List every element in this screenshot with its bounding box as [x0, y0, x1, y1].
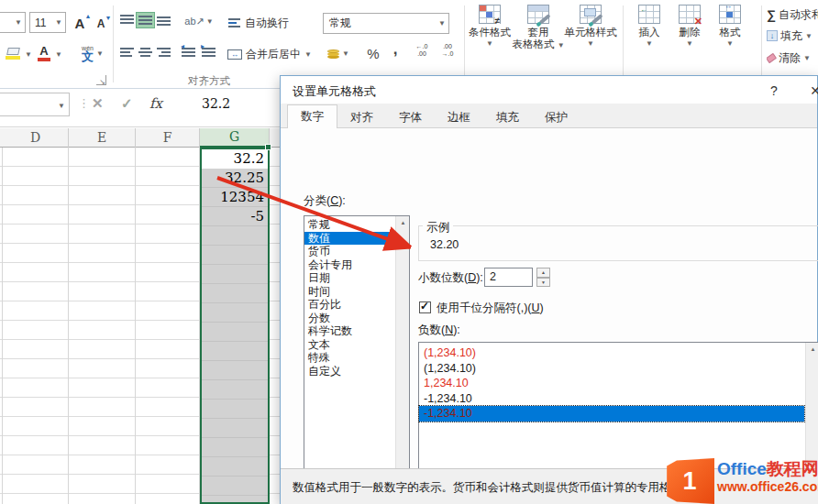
autosum-button[interactable]: ∑ 自动求和	[767, 7, 818, 22]
column-header-e[interactable]: E	[69, 128, 136, 148]
negative-option-1[interactable]: (1,234.10)	[419, 345, 804, 361]
phonetic-guide-button[interactable]: wén文 ▼	[79, 41, 106, 65]
increase-decimal-button[interactable]: ←.0 .00	[411, 43, 433, 58]
spin-down-icon[interactable]: ▼	[536, 278, 550, 288]
selected-column-range[interactable]: 32.2 32.25 12354 -5	[200, 148, 270, 504]
cell-g3[interactable]: 12354	[202, 188, 268, 207]
site-watermark: 1 Office教程网 www.office26.com	[665, 458, 818, 504]
comma-style-button[interactable]: ,	[389, 40, 402, 59]
dialog-help-button[interactable]: ?	[761, 81, 787, 101]
category-time[interactable]: 时间	[304, 285, 391, 299]
insert-function-button[interactable]: fx	[149, 95, 162, 112]
cancel-entry-button[interactable]: ✕	[92, 95, 104, 112]
negative-option-5-selected[interactable]: -1,234.10	[419, 406, 804, 422]
spin-up-icon[interactable]: ▲	[536, 268, 550, 278]
wrap-text-icon	[227, 17, 241, 29]
scroll-up-icon[interactable]: ▲	[806, 343, 818, 356]
dialog-launcher-icon[interactable]	[96, 75, 106, 85]
group-separator	[623, 5, 624, 82]
category-text[interactable]: 文本	[304, 338, 391, 352]
thousands-separator-checkbox[interactable]: ✓	[419, 301, 431, 313]
category-number-selected[interactable]: 数值	[304, 232, 391, 246]
delete-cells-button[interactable]: ✕ 删除 ▼	[671, 5, 708, 67]
down-tick-icon: ▼	[105, 15, 111, 21]
decrease-indent-button[interactable]: ◂	[180, 45, 197, 60]
font-color-button[interactable]: A	[35, 42, 53, 64]
font-name-dropdown[interactable]: ▼	[0, 12, 26, 33]
confirm-entry-button[interactable]: ✓	[121, 95, 133, 112]
increase-indent-button[interactable]: ▸	[200, 45, 217, 60]
delete-label: 删除	[680, 27, 701, 38]
grow-font-button[interactable]: A▲	[70, 12, 90, 34]
cell-g4[interactable]: -5	[202, 207, 268, 226]
merge-center-button[interactable]: ↔ 合并后居中 ▼	[227, 46, 312, 62]
cell-styles-button[interactable]: 单元格样式 ▼	[561, 5, 620, 67]
shrink-font-button[interactable]: A▼	[91, 13, 111, 35]
cell-g2[interactable]: 32.25	[202, 169, 268, 188]
category-date[interactable]: 日期	[304, 271, 391, 285]
fill-button[interactable]: ↓ 填充 ▼	[767, 28, 818, 43]
chevron-down-icon: ▼	[805, 32, 812, 40]
cell-g1[interactable]: 32.2	[202, 149, 268, 169]
wen-char: 文	[82, 49, 94, 63]
category-scrollbar[interactable]: ▲ ▼	[395, 216, 409, 504]
category-listbox[interactable]: 常规 数值 货币 会计专用 日期 时间 百分比 分数 科学记数 文本 特殊 自定…	[304, 215, 410, 504]
dialog-close-button[interactable]: ✕	[800, 81, 818, 101]
format-cells-button[interactable]: ↔ 格式 ▼	[712, 5, 748, 67]
percent-style-button[interactable]: %	[363, 44, 383, 62]
column-header-f[interactable]: F	[136, 128, 200, 148]
decrease-decimal-button[interactable]: .00 →.0	[437, 43, 459, 58]
name-box[interactable]: ▼	[0, 93, 70, 116]
decimal-places-stepper[interactable]: ▲ ▼	[536, 268, 550, 287]
delete-cells-icon: ✕	[679, 5, 701, 24]
category-fraction[interactable]: 分数	[304, 312, 391, 325]
decimal-places-input[interactable]: 2	[484, 268, 533, 287]
negative-numbers-label: 负数(N):	[418, 323, 460, 338]
align-left-button[interactable]	[118, 45, 136, 60]
format-as-table-button[interactable]: 套用 表格格式 ▼	[515, 5, 561, 67]
category-accounting[interactable]: 会计专用	[304, 258, 391, 272]
accounting-format-button[interactable]: ▼	[325, 43, 352, 63]
align-center-button[interactable]	[137, 45, 154, 60]
scroll-up-icon[interactable]: ▲	[396, 216, 410, 230]
thousands-separator-label[interactable]: 使用千位分隔符(,)(U)	[437, 301, 544, 316]
negative-option-2[interactable]: (1,234.10)	[419, 361, 804, 377]
font-size-dropdown[interactable]: 11 ▼	[29, 12, 66, 33]
column-header-g-selected[interactable]: G	[200, 128, 270, 148]
chevron-down-icon: ▼	[25, 50, 32, 59]
tab-font[interactable]: 字体	[386, 107, 435, 127]
category-percentage[interactable]: 百分比	[304, 298, 391, 312]
orientation-icon: ab↗	[184, 16, 204, 27]
negative-option-3[interactable]: 1,234.10	[419, 376, 804, 391]
category-general[interactable]: 常规	[304, 218, 391, 232]
insert-cells-button[interactable]: ← 插入 ▼	[631, 5, 668, 67]
dialog-titlebar[interactable]: 设置单元格格式 ? ✕	[281, 76, 817, 104]
category-currency[interactable]: 货币	[304, 245, 391, 258]
category-custom[interactable]: 自定义	[304, 365, 391, 378]
category-scientific[interactable]: 科学记数	[304, 324, 391, 338]
clear-button[interactable]: 清除 ▼	[767, 50, 818, 65]
align-middle-button[interactable]	[137, 13, 154, 27]
chevron-down-icon: ▼	[58, 102, 65, 110]
fill-handle[interactable]	[265, 144, 271, 150]
tab-number[interactable]: 数字	[287, 104, 337, 128]
left-arrow-icon: ◂	[181, 43, 184, 50]
formula-bar-value[interactable]: 32.2	[202, 96, 230, 111]
orientation-button[interactable]: ab↗▼	[183, 13, 215, 29]
negative-option-4[interactable]: -1,234.10	[419, 391, 804, 407]
wrap-text-button[interactable]: 自动换行	[227, 15, 289, 31]
column-header-d[interactable]: D	[3, 128, 69, 148]
align-top-button[interactable]	[118, 13, 136, 27]
chevron-down-icon: ▼	[55, 18, 65, 27]
align-right-button[interactable]	[155, 45, 172, 60]
tab-protection[interactable]: 保护	[532, 107, 580, 127]
tab-border[interactable]: 边框	[435, 107, 483, 127]
number-format-dropdown[interactable]: 常规 ▼	[323, 13, 449, 34]
conditional-format-button[interactable]: ≠ 条件格式 ▼	[466, 5, 514, 67]
align-bottom-button[interactable]	[155, 13, 172, 27]
fill-color-button[interactable]	[2, 42, 24, 64]
category-label: 分类(C):	[304, 193, 346, 209]
tab-alignment[interactable]: 对齐	[337, 107, 386, 127]
category-special[interactable]: 特殊	[304, 351, 391, 365]
tab-fill[interactable]: 填充	[483, 107, 532, 127]
